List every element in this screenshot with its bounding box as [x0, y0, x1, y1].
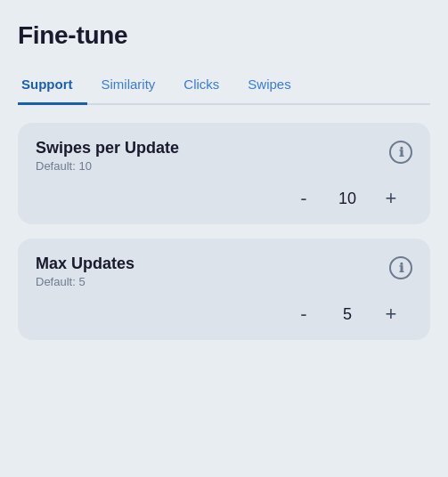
max-updates-card: Max Updates Default: 5 ℹ - 5 + — [18, 238, 430, 340]
swipes-per-update-info-icon[interactable]: ℹ — [389, 141, 412, 164]
max-updates-minus-button[interactable]: - — [291, 304, 316, 324]
max-updates-plus-button[interactable]: + — [379, 304, 403, 324]
swipes-per-update-default: Default: 10 — [36, 159, 179, 173]
swipes-per-update-plus-button[interactable]: + — [379, 189, 403, 208]
tab-clicks[interactable]: Clicks — [169, 68, 233, 105]
swipes-per-update-card: Swipes per Update Default: 10 ℹ - 10 + — [18, 123, 430, 224]
max-updates-stepper: - 5 + — [36, 304, 412, 324]
card-title-group: Swipes per Update Default: 10 — [36, 139, 179, 173]
tab-support[interactable]: Support — [18, 68, 87, 105]
swipes-per-update-stepper: - 10 + — [36, 189, 412, 208]
tabs-container: Support Similarity Clicks Swipes — [18, 68, 430, 105]
page-container: Fine-tune Support Similarity Clicks Swip… — [0, 0, 448, 477]
tab-swipes[interactable]: Swipes — [233, 68, 305, 105]
card-header-2: Max Updates Default: 5 ℹ — [36, 255, 412, 288]
card-header-1: Swipes per Update Default: 10 ℹ — [36, 139, 412, 173]
cards-container: Swipes per Update Default: 10 ℹ - 10 + M… — [18, 123, 430, 340]
swipes-per-update-minus-button[interactable]: - — [291, 189, 316, 208]
tab-similarity[interactable]: Similarity — [87, 68, 170, 105]
max-updates-value: 5 — [334, 305, 361, 324]
max-updates-info-icon[interactable]: ℹ — [389, 256, 412, 279]
max-updates-title: Max Updates — [36, 255, 134, 273]
page-title: Fine-tune — [18, 21, 430, 50]
swipes-per-update-value: 10 — [334, 190, 361, 208]
swipes-per-update-title: Swipes per Update — [36, 139, 179, 158]
card-title-group-2: Max Updates Default: 5 — [36, 255, 134, 288]
max-updates-default: Default: 5 — [36, 275, 134, 288]
